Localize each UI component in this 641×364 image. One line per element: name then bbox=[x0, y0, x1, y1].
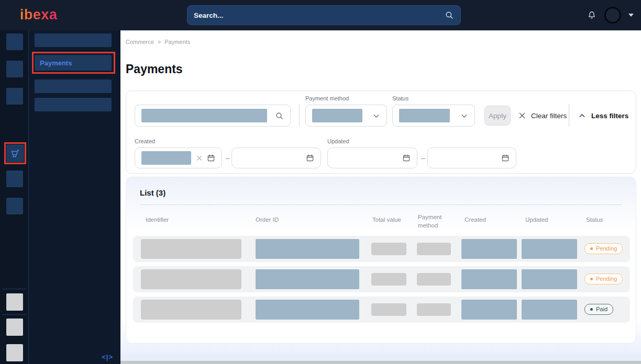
payments-menu-label: Payments bbox=[40, 59, 72, 67]
col-created: Created bbox=[465, 217, 486, 223]
redacted-order-id-cell bbox=[256, 269, 359, 289]
user-menu-caret-icon[interactable] bbox=[628, 14, 634, 17]
redacted-updated-cell bbox=[522, 239, 577, 259]
redacted-identifier-cell bbox=[141, 239, 241, 259]
filters-panel: Payment method Status Apply Clear filter… bbox=[126, 90, 636, 174]
submenu-item-1[interactable] bbox=[35, 33, 112, 47]
redacted-search-value bbox=[141, 109, 267, 122]
list-divider bbox=[140, 204, 622, 205]
col-updated: Updated bbox=[525, 217, 548, 223]
status-badge-label: Paid bbox=[596, 306, 607, 312]
rail-bottom-item-2[interactable] bbox=[6, 318, 23, 336]
chevron-down-icon bbox=[460, 112, 468, 120]
calendar-icon[interactable] bbox=[402, 154, 411, 162]
commerce-submenu: Payments <|> bbox=[29, 30, 120, 364]
clear-filters-label: Clear filters bbox=[531, 112, 567, 120]
submenu-item-4[interactable] bbox=[35, 98, 112, 111]
status-badge: Paid bbox=[584, 304, 613, 315]
filter-divider-2 bbox=[569, 104, 569, 127]
clear-filters-button[interactable]: Clear filters bbox=[518, 105, 567, 127]
chevron-down-icon bbox=[372, 112, 380, 120]
redacted-identifier-cell bbox=[141, 300, 241, 320]
user-avatar[interactable] bbox=[604, 7, 621, 24]
search-icon[interactable] bbox=[445, 10, 454, 20]
rail-item-3[interactable] bbox=[6, 88, 23, 105]
cart-icon bbox=[9, 147, 21, 159]
calendar-icon[interactable] bbox=[501, 154, 510, 162]
rail-item-7[interactable] bbox=[6, 198, 23, 214]
redacted-payment-method-cell bbox=[417, 273, 451, 286]
redacted-order-id-cell bbox=[256, 239, 359, 259]
rail-item-2[interactable] bbox=[6, 61, 23, 77]
redacted-total-value-cell bbox=[371, 273, 406, 286]
status-badge: Pending bbox=[584, 274, 623, 285]
payments-list-panel: List (3) Identifier Order ID Total value… bbox=[126, 177, 636, 344]
status-dot-icon bbox=[590, 278, 593, 280]
payment-method-select[interactable] bbox=[305, 105, 387, 127]
top-bar: ibexa bbox=[0, 0, 641, 30]
updated-range-separator: – bbox=[421, 154, 425, 162]
search-input[interactable] bbox=[194, 12, 445, 19]
bottom-edge bbox=[120, 361, 641, 364]
icon-rail bbox=[0, 30, 29, 364]
rail-item-6[interactable] bbox=[6, 170, 23, 187]
rail-item-commerce[interactable] bbox=[6, 144, 24, 162]
table-row[interactable]: Pending bbox=[133, 236, 630, 262]
payments-highlight-box: Payments bbox=[32, 52, 115, 74]
rail-divider-1 bbox=[2, 289, 26, 289]
breadcrumb-commerce[interactable]: Commerce bbox=[126, 39, 154, 45]
list-title: List (3) bbox=[140, 188, 165, 197]
filter-search-input[interactable] bbox=[135, 105, 291, 127]
ibexa-logo: ibexa bbox=[20, 7, 58, 23]
col-status: Status bbox=[586, 217, 603, 223]
updated-label: Updated bbox=[327, 138, 349, 144]
updated-from-date-input[interactable] bbox=[327, 147, 417, 168]
redacted-updated-cell bbox=[522, 300, 577, 320]
updated-to-date-input[interactable] bbox=[427, 147, 516, 168]
redacted-total-value-cell bbox=[371, 303, 406, 316]
rail-item-1[interactable] bbox=[6, 33, 23, 50]
col-total-value: Total value bbox=[372, 217, 401, 223]
redacted-payment-method-cell bbox=[417, 243, 451, 255]
col-order-id: Order ID bbox=[256, 217, 279, 223]
redacted-updated-cell bbox=[522, 269, 577, 289]
notifications-bell-icon[interactable] bbox=[587, 10, 597, 20]
sidebar-collapse-icon[interactable]: <|> bbox=[102, 353, 113, 361]
status-label: Status bbox=[392, 95, 408, 101]
apply-button[interactable]: Apply bbox=[484, 106, 511, 126]
submenu-item-3[interactable] bbox=[35, 79, 112, 93]
redacted-payment-method-cell bbox=[417, 303, 451, 316]
created-from-date-input[interactable] bbox=[135, 147, 222, 168]
calendar-icon[interactable] bbox=[306, 154, 314, 162]
rail-bottom-item-1[interactable] bbox=[6, 293, 23, 311]
redacted-created-cell bbox=[461, 239, 517, 259]
submenu-item-payments[interactable]: Payments bbox=[35, 55, 112, 71]
calendar-icon[interactable] bbox=[207, 154, 215, 162]
rail-bottom-item-3[interactable] bbox=[6, 344, 23, 361]
status-dot-icon bbox=[590, 308, 593, 311]
table-row[interactable]: Paid bbox=[133, 297, 630, 323]
redacted-created-cell bbox=[461, 300, 517, 320]
breadcrumb-payments: Payments bbox=[164, 39, 190, 45]
less-filters-label: Less filters bbox=[591, 112, 628, 120]
global-search[interactable] bbox=[187, 5, 461, 25]
close-icon[interactable] bbox=[196, 155, 203, 162]
page-title: Payments bbox=[126, 62, 183, 76]
search-icon[interactable] bbox=[275, 111, 284, 120]
created-to-date-input[interactable] bbox=[231, 147, 321, 168]
app-window: ibexa bbox=[0, 0, 641, 364]
created-range-separator: – bbox=[226, 154, 230, 162]
status-dot-icon bbox=[590, 247, 593, 250]
col-identifier: Identifier bbox=[146, 217, 169, 223]
table-row[interactable]: Pending bbox=[133, 266, 630, 292]
redacted-created-from-value bbox=[141, 151, 191, 165]
redacted-status-value bbox=[399, 109, 450, 122]
less-filters-button[interactable]: Less filters bbox=[578, 105, 628, 127]
redacted-identifier-cell bbox=[141, 269, 241, 289]
chevron-up-icon bbox=[578, 112, 586, 120]
redacted-total-value-cell bbox=[371, 243, 406, 255]
table-rows: Pending Pending Paid bbox=[133, 236, 630, 323]
status-select[interactable] bbox=[392, 105, 475, 127]
col-payment-method: Payment method bbox=[418, 213, 450, 230]
close-icon bbox=[518, 111, 526, 120]
